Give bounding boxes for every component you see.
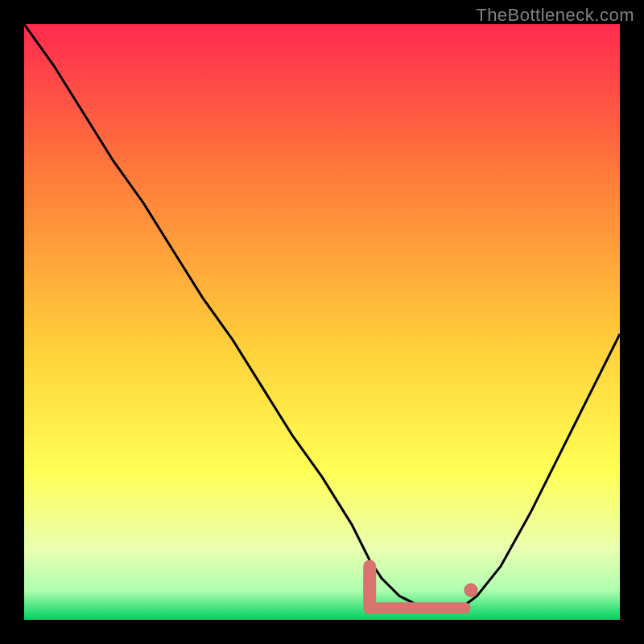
watermark-text: TheBottleneck.com <box>476 5 634 26</box>
plot-area <box>24 24 620 620</box>
curve-layer <box>24 24 620 620</box>
optimal-region-markers <box>369 566 477 608</box>
chart-frame: TheBottleneck.com <box>0 0 644 644</box>
bottleneck-curve <box>24 24 620 608</box>
right-marker-dot <box>464 584 477 597</box>
